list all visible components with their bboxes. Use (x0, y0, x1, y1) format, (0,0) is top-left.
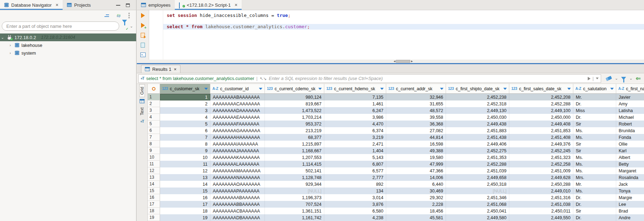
grid-cell[interactable]: 13 (160, 174, 210, 181)
grid-cell[interactable]: 1,461 (324, 100, 386, 107)
tab-employees[interactable]: employees (137, 0, 175, 10)
expander-icon[interactable]: › (8, 51, 13, 55)
row-number[interactable]: 2 (148, 100, 160, 107)
row-number[interactable]: 3 (148, 107, 160, 114)
grid-cell[interactable]: 1,207,553 (265, 154, 324, 161)
close-icon[interactable]: × (235, 2, 237, 8)
grid-cell[interactable]: Dr. (573, 100, 616, 107)
grid-cell[interactable]: 2,451,039 (446, 167, 509, 174)
grid-cell[interactable]: AAAAAAAAHAAAAAAA (210, 134, 265, 141)
row-number[interactable]: 7 (148, 134, 160, 141)
grid-cell[interactable]: AAAAAAAAIAAAAAAA (210, 141, 265, 147)
grid-cell[interactable]: 2,449,438 (446, 121, 509, 127)
row-number[interactable]: 6 (148, 127, 160, 134)
grid-cell[interactable]: 2,451,438 (446, 134, 509, 141)
grid-cell[interactable]: 2,451,408 (509, 134, 573, 141)
grid-cell[interactable]: Miss (573, 107, 616, 114)
row-number[interactable]: 8 (148, 141, 160, 147)
grid-cell[interactable]: 2,451,853 (509, 127, 573, 134)
column-filter-icon[interactable] (610, 88, 614, 90)
grid-cell[interactable]: 6,580 (324, 208, 386, 214)
grid-cell[interactable]: Mr. (573, 94, 616, 100)
column-filter-icon[interactable] (567, 88, 571, 90)
grid-cell[interactable]: Ms. (573, 161, 616, 167)
grid-cell[interactable]: 4,470 (324, 121, 386, 127)
grid-cell[interactable]: AAAAAAAAJAAAAAAA (210, 147, 265, 154)
grid-cell[interactable]: 17 (160, 201, 210, 208)
grid-cell[interactable]: Brunilda (616, 127, 644, 134)
grid-cell[interactable]: Brad (616, 208, 644, 214)
expander-icon[interactable]: › (8, 43, 13, 47)
editor-hscrollbar[interactable]: ◀▶ (137, 60, 644, 63)
grid-cell[interactable]: Ms. (573, 188, 616, 194)
grid-cell[interactable]: 2,471 (324, 141, 386, 147)
grid-cell[interactable]: 134 (324, 188, 386, 194)
column-filter-icon[interactable] (318, 88, 322, 90)
grid-cell[interactable]: 30,469 (386, 188, 446, 194)
grid-cell[interactable]: Ms. (573, 127, 616, 134)
grid-cell[interactable]: 2,450,288 (509, 181, 573, 188)
grid-cell[interactable]: AAAAAAAACBAAAAAA (210, 208, 265, 214)
chevron-down-icon[interactable]: ⌄ (629, 76, 632, 81)
row-number[interactable]: 19 (148, 214, 160, 221)
grid-cell[interactable]: 12 (160, 167, 210, 174)
grid-cell[interactable]: 6,440 (386, 181, 446, 188)
grid-cell[interactable]: Dr. (573, 114, 616, 121)
grid-cell[interactable]: 7,135 (324, 94, 386, 100)
grid-cell[interactable]: 10 (160, 154, 210, 161)
grid-cell[interactable]: Latisha (616, 107, 644, 114)
grid-cell[interactable]: 14 (160, 181, 210, 188)
grid-cell[interactable]: 2,452,258 (509, 161, 573, 167)
grid-cell[interactable]: 6,247 (324, 107, 386, 114)
expander-icon[interactable]: ⌄ (0, 35, 5, 40)
grid-cell[interactable]: AAAAAAAANAAAAAAA (210, 174, 265, 181)
grid-cell[interactable]: Karl (616, 147, 644, 154)
grid-cell[interactable]: 2,449,130 (446, 107, 509, 114)
grid-cell[interactable]: 953,372 (265, 121, 324, 127)
column-filter-icon[interactable] (380, 88, 384, 90)
close-icon[interactable]: × (56, 2, 58, 8)
expand-filter-icon[interactable]: ↖↘ (260, 76, 267, 81)
grid-cell[interactable]: 32,946 (386, 94, 446, 100)
grid-cell[interactable]: Fonda (616, 134, 644, 141)
grid-cell[interactable]: 1,128,748 (265, 174, 324, 181)
grid-cell[interactable]: 47,366 (386, 167, 446, 174)
column-filter-icon[interactable] (440, 88, 444, 90)
grid-cell[interactable]: 2,451,323 (509, 154, 573, 161)
execute-statement-icon[interactable] (141, 13, 145, 18)
grid-cell[interactable]: 3,876 (324, 201, 386, 208)
grid-cell[interactable]: Robert (616, 121, 644, 127)
code-line[interactable]: select * from lakehouse.customer_analyti… (163, 24, 644, 30)
row-number[interactable]: 13 (148, 174, 160, 181)
grid-cell[interactable]: 11 (160, 161, 210, 167)
search-input[interactable] (2, 22, 119, 31)
erase-filter-icon[interactable] (606, 76, 612, 81)
grid-cell[interactable]: 4 (160, 114, 210, 121)
grid-cell[interactable]: 502,141 (265, 167, 324, 174)
row-number[interactable]: 12 (148, 167, 160, 174)
grid-cell[interactable]: 29,302 (386, 194, 446, 201)
grid-cell[interactable]: 2,452,238 (446, 94, 509, 100)
scroll-thumb[interactable] (396, 60, 410, 63)
grid-cell[interactable]: 2,449,580 (446, 214, 509, 221)
grid-cell[interactable]: Michael (616, 114, 644, 121)
grid-cell[interactable]: 2,451,068 (446, 201, 509, 208)
saved-filters-icon[interactable] (621, 77, 626, 80)
grid-cell[interactable]: AAAAAAAAFAAAAAAA (210, 121, 265, 127)
filter-input[interactable]: «T select * from lakehouse.customer_anal… (138, 74, 601, 83)
grid-cell[interactable]: 14,006 (386, 174, 446, 181)
grid-cell[interactable]: 2,451,316 (509, 194, 573, 201)
grid-cell[interactable]: 5 (160, 121, 210, 127)
grid-cell[interactable]: Javier (616, 94, 644, 100)
sql-console-icon[interactable]: >_ (140, 53, 146, 57)
grid-cell[interactable]: 2 (160, 100, 210, 107)
grid-cell[interactable]: Jack (616, 181, 644, 188)
grid-cell[interactable]: 6 (160, 127, 210, 134)
grid-cell[interactable]: 1,703,214 (265, 114, 324, 121)
execute-new-tab-icon[interactable]: + (141, 23, 145, 28)
grid-cell[interactable]: 7 (160, 134, 210, 141)
tab-database-navigator[interactable]: Database Navigator × (0, 0, 63, 10)
grid-cell[interactable]: 8 (160, 141, 210, 147)
grid-cell[interactable]: Amy (616, 100, 644, 107)
execute-script-icon[interactable] (141, 33, 145, 38)
